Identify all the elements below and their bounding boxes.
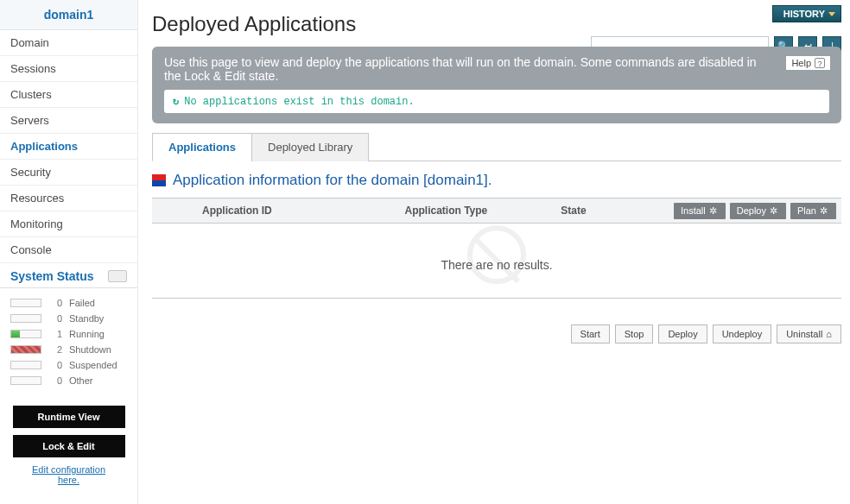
th-actions: Install ✲ Deploy ✲ Plan ✲ <box>674 203 841 219</box>
plan-label: Plan <box>797 205 816 216</box>
section-title: Application information for the domain [… <box>173 172 492 189</box>
status-bar-icon <box>10 330 41 338</box>
deploy-header-button[interactable]: Deploy ✲ <box>730 203 786 219</box>
applications-table: Application ID Application Type State In… <box>152 198 841 299</box>
status-label: Suspended <box>69 360 117 370</box>
sidebar: domain1 Domain Sessions Clusters Servers… <box>0 0 138 504</box>
edit-config-link[interactable]: Edit configuration here. <box>12 464 125 485</box>
deploy-label: Deploy <box>737 205 766 216</box>
runtime-view-button[interactable]: Runtime View <box>13 406 125 428</box>
status-count: 2 <box>48 344 62 355</box>
deploy-button[interactable]: Deploy <box>658 324 707 343</box>
monitor-icon <box>108 270 127 282</box>
status-count: 0 <box>48 298 62 308</box>
status-count: 1 <box>48 329 62 339</box>
banner-text: Use this page to view and deploy the app… <box>164 55 829 83</box>
th-state: State <box>552 198 674 223</box>
table-header: Application ID Application Type State In… <box>152 198 841 224</box>
gear-icon: ✲ <box>820 205 828 217</box>
install-label: Install <box>681 205 706 216</box>
sidebar-item-servers[interactable]: Servers <box>0 108 137 134</box>
flag-icon <box>152 174 166 186</box>
sidebar-item-clusters[interactable]: Clusters <box>0 82 137 108</box>
info-banner: Help ? Use this page to view and deploy … <box>152 47 841 123</box>
empty-text: There are no results. <box>441 258 552 272</box>
sidebar-item-applications[interactable]: Applications <box>0 134 137 160</box>
tab-deployed-library[interactable]: Deployed Library <box>251 133 369 161</box>
lock-edit-button[interactable]: Lock & Edit <box>13 435 125 457</box>
help-icon: ? <box>815 58 825 68</box>
help-button[interactable]: Help ? <box>785 55 831 71</box>
th-select <box>152 205 193 217</box>
sidebar-item-console[interactable]: Console <box>0 237 137 263</box>
uninstall-label: Uninstall <box>786 329 822 339</box>
sidebar-nav: Domain Sessions Clusters Servers Applica… <box>0 30 137 263</box>
system-status-label: System Status <box>10 269 93 283</box>
sidebar-item-monitoring[interactable]: Monitoring <box>0 211 137 237</box>
page-title: Deployed Applications <box>147 0 850 41</box>
banner-note: ↻ No applications exist in this domain. <box>164 90 829 113</box>
status-label: Failed <box>69 298 95 308</box>
status-bar-icon <box>10 376 41 385</box>
help-label: Help <box>791 58 811 68</box>
uninstall-button[interactable]: Uninstall ⌂ <box>777 324 841 343</box>
system-status-header: System Status <box>0 263 137 288</box>
sidebar-item-security[interactable]: Security <box>0 160 137 186</box>
th-application-id: Application ID <box>193 198 396 223</box>
tabs: Applications Deployed Library <box>152 132 841 161</box>
status-count: 0 <box>48 360 62 370</box>
status-row-running: 1 Running <box>0 326 137 342</box>
sidebar-item-domain[interactable]: Domain <box>0 30 137 56</box>
history-button[interactable]: HISTORY <box>772 5 841 22</box>
status-label: Running <box>69 329 105 339</box>
status-row-suspended: 0 Suspended <box>0 357 137 373</box>
gear-icon: ✲ <box>770 205 777 217</box>
footer-actions: Start Stop Deploy Undeploy Uninstall ⌂ <box>147 299 850 343</box>
status-count: 0 <box>48 375 62 386</box>
refresh-icon: ↻ <box>173 95 179 108</box>
empty-state: There are no results. <box>152 224 841 299</box>
status-label: Other <box>69 375 93 386</box>
banner-note-text: No applications exist in this domain. <box>184 96 414 108</box>
section-header: Application information for the domain [… <box>147 161 850 194</box>
install-button[interactable]: Install ✲ <box>674 203 726 219</box>
gear-icon: ✲ <box>709 205 717 217</box>
undeploy-button[interactable]: Undeploy <box>713 324 771 343</box>
stop-button[interactable]: Stop <box>615 324 654 343</box>
sidebar-item-sessions[interactable]: Sessions <box>0 56 137 82</box>
status-bar-icon <box>10 299 41 307</box>
status-row-other: 0 Other <box>0 373 137 388</box>
status-label: Shutdown <box>69 344 111 355</box>
plan-button[interactable]: Plan ✲ <box>790 203 836 219</box>
sidebar-buttons: Runtime View Lock & Edit Edit configurat… <box>0 395 137 490</box>
status-count: 0 <box>48 313 62 324</box>
system-status-list: 0 Failed 0 Standby 1 Running 2 Shutdown … <box>0 288 137 395</box>
th-application-type: Application Type <box>396 198 552 223</box>
status-row-shutdown: 2 Shutdown <box>0 342 137 357</box>
uninstall-icon: ⌂ <box>826 329 832 339</box>
status-bar-icon <box>10 361 41 369</box>
status-label: Standby <box>69 313 104 324</box>
main: HISTORY Deployed Applications 🔍 ↩ ⤓ Help… <box>138 0 850 504</box>
tab-applications[interactable]: Applications <box>152 133 252 161</box>
status-bar-icon <box>10 314 41 323</box>
ghost-circle-icon <box>467 225 526 284</box>
status-row-standby: 0 Standby <box>0 311 137 326</box>
start-button[interactable]: Start <box>571 324 610 343</box>
status-bar-icon <box>10 345 41 354</box>
sidebar-item-resources[interactable]: Resources <box>0 186 137 211</box>
status-row-failed: 0 Failed <box>0 295 137 311</box>
sidebar-title: domain1 <box>0 0 137 30</box>
